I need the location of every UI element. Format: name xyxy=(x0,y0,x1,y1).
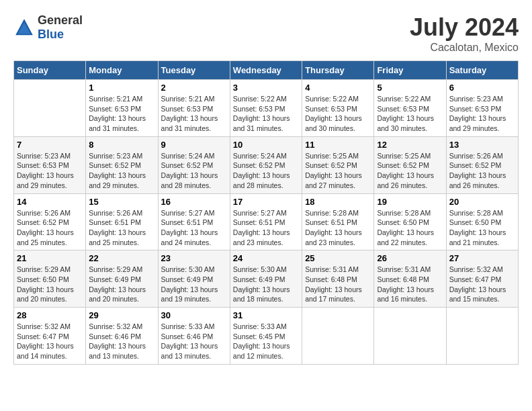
day-number: 27 xyxy=(449,253,515,263)
day-number: 23 xyxy=(161,253,227,263)
logo: General Blue xyxy=(13,13,83,42)
day-cell: 20Sunrise: 5:28 AMSunset: 6:50 PMDayligh… xyxy=(446,193,518,250)
logo-icon xyxy=(13,17,35,38)
day-number: 11 xyxy=(305,140,371,150)
header-wednesday: Wednesday xyxy=(230,61,302,80)
day-cell: 13Sunrise: 5:26 AMSunset: 6:52 PMDayligh… xyxy=(446,136,518,193)
day-cell: 8Sunrise: 5:23 AMSunset: 6:52 PMDaylight… xyxy=(86,136,158,193)
day-number: 5 xyxy=(377,83,443,93)
week-row-2: 14Sunrise: 5:26 AMSunset: 6:52 PMDayligh… xyxy=(14,193,519,250)
day-info: Sunrise: 5:23 AMSunset: 6:53 PMDaylight:… xyxy=(17,151,83,191)
day-number: 3 xyxy=(233,83,299,93)
day-cell: 27Sunrise: 5:32 AMSunset: 6:47 PMDayligh… xyxy=(446,250,518,308)
day-info: Sunrise: 5:28 AMSunset: 6:51 PMDaylight:… xyxy=(305,208,371,248)
day-number: 8 xyxy=(89,140,154,150)
day-info: Sunrise: 5:32 AMSunset: 6:47 PMDaylight:… xyxy=(17,322,83,361)
day-cell: 31Sunrise: 5:33 AMSunset: 6:45 PMDayligh… xyxy=(230,308,302,365)
header-row: SundayMondayTuesdayWednesdayThursdayFrid… xyxy=(14,61,519,80)
logo-blue: Blue xyxy=(38,28,64,41)
day-number: 7 xyxy=(17,140,83,150)
header-monday: Monday xyxy=(86,61,158,80)
day-info: Sunrise: 5:26 AMSunset: 6:51 PMDaylight:… xyxy=(89,208,154,248)
day-cell: 4Sunrise: 5:22 AMSunset: 6:53 PMDaylight… xyxy=(302,80,374,137)
day-cell: 24Sunrise: 5:30 AMSunset: 6:49 PMDayligh… xyxy=(230,250,302,308)
day-number: 4 xyxy=(305,83,371,93)
day-info: Sunrise: 5:26 AMSunset: 6:52 PMDaylight:… xyxy=(17,208,83,248)
day-cell: 21Sunrise: 5:29 AMSunset: 6:50 PMDayligh… xyxy=(14,250,86,308)
calendar-header: SundayMondayTuesdayWednesdayThursdayFrid… xyxy=(14,61,519,80)
title-block: July 2024 Cacalotan, Mexico xyxy=(410,13,519,54)
day-cell xyxy=(374,308,446,365)
calendar-body: 1Sunrise: 5:21 AMSunset: 6:53 PMDaylight… xyxy=(14,80,519,365)
day-cell: 6Sunrise: 5:23 AMSunset: 6:53 PMDaylight… xyxy=(446,80,518,137)
main-title: July 2024 xyxy=(410,13,519,42)
day-number: 30 xyxy=(161,310,227,320)
day-info: Sunrise: 5:22 AMSunset: 6:53 PMDaylight:… xyxy=(305,94,371,134)
day-cell: 26Sunrise: 5:31 AMSunset: 6:48 PMDayligh… xyxy=(374,250,446,308)
day-number: 6 xyxy=(449,83,515,93)
day-number: 9 xyxy=(161,140,227,150)
day-cell: 29Sunrise: 5:32 AMSunset: 6:46 PMDayligh… xyxy=(86,308,158,365)
day-number: 22 xyxy=(89,253,154,263)
day-number: 28 xyxy=(17,310,83,320)
day-info: Sunrise: 5:28 AMSunset: 6:50 PMDaylight:… xyxy=(377,208,443,248)
day-cell xyxy=(302,308,374,365)
day-cell: 28Sunrise: 5:32 AMSunset: 6:47 PMDayligh… xyxy=(14,308,86,365)
day-info: Sunrise: 5:32 AMSunset: 6:47 PMDaylight:… xyxy=(449,265,515,304)
header-saturday: Saturday xyxy=(446,61,518,80)
day-number: 12 xyxy=(377,140,443,150)
day-cell: 16Sunrise: 5:27 AMSunset: 6:51 PMDayligh… xyxy=(158,193,230,250)
week-row-3: 21Sunrise: 5:29 AMSunset: 6:50 PMDayligh… xyxy=(14,250,519,308)
page-header: General Blue July 2024 Cacalotan, Mexico xyxy=(13,13,519,54)
day-info: Sunrise: 5:30 AMSunset: 6:49 PMDaylight:… xyxy=(233,265,299,304)
header-friday: Friday xyxy=(374,61,446,80)
day-number: 13 xyxy=(449,140,515,150)
day-cell xyxy=(14,80,86,137)
day-number: 16 xyxy=(161,197,227,207)
day-cell: 19Sunrise: 5:28 AMSunset: 6:50 PMDayligh… xyxy=(374,193,446,250)
day-cell: 17Sunrise: 5:27 AMSunset: 6:51 PMDayligh… xyxy=(230,193,302,250)
logo-general: General xyxy=(38,13,83,27)
day-info: Sunrise: 5:24 AMSunset: 6:52 PMDaylight:… xyxy=(161,151,227,191)
day-info: Sunrise: 5:27 AMSunset: 6:51 PMDaylight:… xyxy=(161,208,227,248)
day-info: Sunrise: 5:22 AMSunset: 6:53 PMDaylight:… xyxy=(377,94,443,134)
day-cell: 30Sunrise: 5:33 AMSunset: 6:46 PMDayligh… xyxy=(158,308,230,365)
header-sunday: Sunday xyxy=(14,61,86,80)
week-row-1: 7Sunrise: 5:23 AMSunset: 6:53 PMDaylight… xyxy=(14,136,519,193)
day-number: 18 xyxy=(305,197,371,207)
day-info: Sunrise: 5:28 AMSunset: 6:50 PMDaylight:… xyxy=(449,208,515,248)
day-number: 26 xyxy=(377,253,443,263)
day-number: 29 xyxy=(89,310,154,320)
day-info: Sunrise: 5:23 AMSunset: 6:53 PMDaylight:… xyxy=(449,94,515,134)
day-info: Sunrise: 5:33 AMSunset: 6:46 PMDaylight:… xyxy=(161,322,227,361)
day-cell: 5Sunrise: 5:22 AMSunset: 6:53 PMDaylight… xyxy=(374,80,446,137)
day-info: Sunrise: 5:24 AMSunset: 6:52 PMDaylight:… xyxy=(233,151,299,191)
calendar-table: SundayMondayTuesdayWednesdayThursdayFrid… xyxy=(13,60,519,365)
day-info: Sunrise: 5:25 AMSunset: 6:52 PMDaylight:… xyxy=(305,151,371,191)
day-cell: 14Sunrise: 5:26 AMSunset: 6:52 PMDayligh… xyxy=(14,193,86,250)
day-info: Sunrise: 5:31 AMSunset: 6:48 PMDaylight:… xyxy=(377,265,443,304)
day-cell: 7Sunrise: 5:23 AMSunset: 6:53 PMDaylight… xyxy=(14,136,86,193)
day-cell: 15Sunrise: 5:26 AMSunset: 6:51 PMDayligh… xyxy=(86,193,158,250)
header-tuesday: Tuesday xyxy=(158,61,230,80)
day-number: 19 xyxy=(377,197,443,207)
day-info: Sunrise: 5:21 AMSunset: 6:53 PMDaylight:… xyxy=(89,94,154,134)
day-info: Sunrise: 5:26 AMSunset: 6:52 PMDaylight:… xyxy=(449,151,515,191)
day-info: Sunrise: 5:22 AMSunset: 6:53 PMDaylight:… xyxy=(233,94,299,134)
day-cell: 10Sunrise: 5:24 AMSunset: 6:52 PMDayligh… xyxy=(230,136,302,193)
day-number: 20 xyxy=(449,197,515,207)
day-cell: 23Sunrise: 5:30 AMSunset: 6:49 PMDayligh… xyxy=(158,250,230,308)
day-number: 21 xyxy=(17,253,83,263)
week-row-4: 28Sunrise: 5:32 AMSunset: 6:47 PMDayligh… xyxy=(14,308,519,365)
day-info: Sunrise: 5:21 AMSunset: 6:53 PMDaylight:… xyxy=(161,94,227,134)
day-cell: 25Sunrise: 5:31 AMSunset: 6:48 PMDayligh… xyxy=(302,250,374,308)
day-info: Sunrise: 5:29 AMSunset: 6:49 PMDaylight:… xyxy=(89,265,154,304)
day-info: Sunrise: 5:32 AMSunset: 6:46 PMDaylight:… xyxy=(89,322,154,361)
day-info: Sunrise: 5:27 AMSunset: 6:51 PMDaylight:… xyxy=(233,208,299,248)
day-number: 17 xyxy=(233,197,299,207)
day-number: 10 xyxy=(233,140,299,150)
day-info: Sunrise: 5:29 AMSunset: 6:50 PMDaylight:… xyxy=(17,265,83,304)
header-thursday: Thursday xyxy=(302,61,374,80)
day-info: Sunrise: 5:33 AMSunset: 6:45 PMDaylight:… xyxy=(233,322,299,361)
day-cell: 12Sunrise: 5:25 AMSunset: 6:52 PMDayligh… xyxy=(374,136,446,193)
